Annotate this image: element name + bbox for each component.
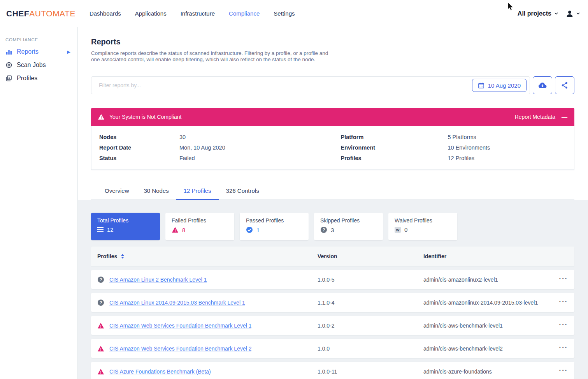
reports-header-section: Reports Compliance reports describe the … — [78, 27, 588, 200]
metadata-value: 30 — [179, 134, 325, 140]
projects-filter-dropdown[interactable]: All projects — [518, 10, 558, 17]
nav-applications[interactable]: Applications — [128, 0, 174, 27]
logo-chef: CHEF — [6, 9, 29, 18]
passed-profiles-card[interactable]: Passed Profiles 1 — [240, 213, 309, 240]
card-count: 12 — [97, 226, 154, 233]
compliance-sidebar: COMPLIANCE Reports ▶ Scan Jobs Profiles — [0, 27, 78, 379]
compliance-status-banner: Your System is Not Compliant Report Meta… — [91, 108, 574, 126]
banner-message: Your System is Not Compliant — [109, 114, 181, 120]
metadata-left-column: Nodes 30 Report Date Mon, 10 Aug 2020 St… — [91, 132, 333, 163]
user-icon — [565, 9, 574, 18]
row-more-button[interactable]: ··· — [553, 275, 574, 285]
card-label: Passed Profiles — [246, 217, 302, 224]
profile-name-cell: CIS Azure Foundations Benchmark (Beta) — [91, 368, 318, 375]
bar-chart-icon — [5, 48, 12, 55]
row-more-button[interactable]: ··· — [553, 367, 574, 377]
metadata-label: Environment — [341, 145, 448, 151]
sidebar-item-label: Reports — [17, 48, 39, 55]
waived-badge-icon: w — [395, 227, 401, 233]
sidebar-item-profiles[interactable]: Profiles — [0, 72, 77, 85]
app-body: COMPLIANCE Reports ▶ Scan Jobs Profiles … — [0, 27, 588, 379]
profile-link[interactable]: CIS Amazon Web Services Foundation Bench… — [109, 323, 251, 329]
sidebar-item-scan-jobs[interactable]: Scan Jobs — [0, 58, 77, 72]
svg-text:?: ? — [100, 300, 102, 305]
metadata-row: Report Date Mon, 10 Aug 2020 — [99, 142, 325, 153]
column-header-label: Profiles — [97, 253, 117, 259]
failed-triangle-icon — [97, 345, 104, 352]
banner-right: Report Metadata — — [515, 114, 567, 120]
profile-name-cell: CIS Amazon Web Services Foundation Bench… — [91, 345, 318, 352]
page-title: Reports — [91, 37, 574, 46]
user-menu[interactable] — [565, 9, 580, 18]
passed-check-icon — [246, 226, 253, 233]
column-header-profiles[interactable]: Profiles — [91, 253, 318, 259]
chevron-down-icon — [554, 11, 558, 16]
calendar-icon — [478, 82, 484, 89]
profile-link[interactable]: CIS Amazon Web Services Foundation Bench… — [109, 346, 251, 352]
submenu-arrow-icon[interactable]: ▶ — [67, 49, 70, 55]
card-label: Total Profiles — [97, 217, 154, 224]
profile-link[interactable]: CIS Amazon Linux 2014.09-2015.03 Benchma… — [109, 300, 245, 306]
logo-automate: AUTOMATE — [29, 9, 75, 18]
profile-name-cell: ? CIS Amazon Linux 2 Benchmark Level 1 — [91, 276, 318, 283]
profile-link[interactable]: CIS Amazon Linux 2 Benchmark Level 1 — [109, 277, 207, 283]
sort-arrows-icon[interactable] — [121, 254, 124, 259]
metadata-row: Environment 10 Environments — [341, 142, 567, 153]
main-content: Reports Compliance reports describe the … — [78, 27, 588, 379]
metadata-label: Report Date — [99, 145, 179, 151]
report-metadata-panel: Nodes 30 Report Date Mon, 10 Aug 2020 St… — [91, 126, 574, 170]
metadata-value: 12 Profiles — [448, 155, 567, 161]
card-label: Skipped Profiles — [320, 217, 377, 224]
metadata-value: 5 Platforms — [448, 134, 567, 140]
card-count: ? 3 — [320, 226, 377, 233]
projects-filter-label: All projects — [518, 10, 551, 17]
filter-toolbar: 10 Aug 2020 — [91, 76, 574, 94]
report-tabs: Overview 30 Nodes 12 Profiles 326 Contro… — [91, 187, 574, 200]
tab-nodes[interactable]: 30 Nodes — [137, 187, 176, 200]
profile-table-row: CIS Amazon Web Services Foundation Bench… — [91, 316, 574, 335]
page-description: Compliance reports describe the status o… — [91, 50, 332, 63]
row-more-button[interactable]: ··· — [553, 321, 574, 331]
row-more-button[interactable]: ··· — [553, 298, 574, 308]
svg-text:?: ? — [100, 277, 102, 282]
failed-triangle-icon — [172, 226, 179, 233]
nav-dashboards[interactable]: Dashboards — [82, 0, 128, 27]
metadata-value: Mon, 10 Aug 2020 — [179, 145, 325, 151]
card-count-value: 12 — [107, 226, 114, 233]
skipped-profiles-card[interactable]: Skipped Profiles ? 3 — [314, 213, 383, 240]
metadata-value: 10 Environments — [448, 145, 567, 151]
documents-icon — [5, 75, 12, 82]
tab-overview[interactable]: Overview — [97, 187, 137, 200]
nav-settings[interactable]: Settings — [267, 0, 302, 27]
share-report-button[interactable] — [555, 76, 574, 94]
row-more-button[interactable]: ··· — [553, 344, 574, 354]
tab-profiles[interactable]: 12 Profiles — [176, 187, 219, 200]
card-count: w 0 — [395, 226, 451, 233]
date-picker-button[interactable]: 10 Aug 2020 — [472, 79, 527, 92]
metadata-row: Nodes 30 — [99, 132, 325, 142]
download-report-button[interactable] — [533, 76, 552, 94]
profile-version: 1.1.0-4 — [318, 300, 423, 306]
chef-automate-logo[interactable]: CHEFAUTOMATE — [6, 9, 75, 18]
failed-profiles-card[interactable]: Failed Profiles 8 — [165, 213, 234, 240]
card-count-value: 1 — [256, 227, 260, 233]
top-navbar: CHEFAUTOMATE Dashboards Applications Inf… — [0, 0, 588, 27]
sidebar-item-reports[interactable]: Reports ▶ — [0, 45, 77, 58]
profile-link[interactable]: CIS Azure Foundations Benchmark (Beta) — [109, 368, 211, 375]
profiles-table-header: Profiles Version Identifier — [91, 247, 574, 266]
collapse-metadata-button[interactable]: — — [562, 114, 567, 120]
profile-status-cards: Total Profiles 12 Failed Profiles — [91, 213, 574, 240]
filter-reports-input[interactable] — [91, 77, 472, 94]
waived-profiles-card[interactable]: Waived Profiles w 0 — [388, 213, 457, 240]
report-metadata-label[interactable]: Report Metadata — [515, 114, 555, 120]
warning-triangle-icon — [98, 114, 105, 120]
list-icon — [97, 227, 104, 233]
nav-compliance[interactable]: Compliance — [222, 0, 267, 27]
profile-version: 1.0.0-2 — [318, 323, 423, 329]
total-profiles-card[interactable]: Total Profiles 12 — [91, 213, 160, 240]
profile-table-row: CIS Amazon Web Services Foundation Bench… — [91, 339, 574, 358]
nav-infrastructure[interactable]: Infrastructure — [174, 0, 222, 27]
tab-controls[interactable]: 326 Controls — [219, 187, 267, 200]
chevron-down-icon — [576, 11, 580, 16]
profile-identifier: admin/cis-amazonlinux2-level1 — [423, 277, 553, 283]
